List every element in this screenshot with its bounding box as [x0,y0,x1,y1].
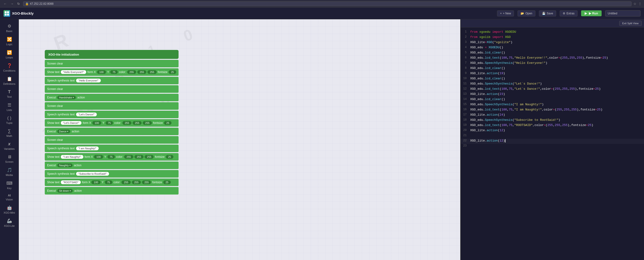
browser-controls: ← → ↻ [2,2,21,6]
line-num-22: 22 [461,139,470,142]
show-text-4-color-label: color: [114,181,120,184]
sidebar-item-xgo-lite[interactable]: 🦾 XGO-Lite [1,216,18,229]
sidebar-item-conditions[interactable]: ❓ Conditions [1,61,18,74]
new-button[interactable]: + + New [497,10,514,16]
url-text: 47.252.22.82:8088 [30,2,54,6]
sidebar-item-vision[interactable]: AI Vision [1,192,18,203]
app-title: XGO-Blockly [12,11,34,15]
address-bar[interactable]: 🔒 47.252.22.82:8088 [23,2,632,6]
run-button[interactable]: ▶ ▶ Run [581,10,602,16]
block-show-text-1[interactable]: Show text "Hello Everyone!!" form X 100 … [45,68,178,76]
app-header: XGO-Blockly + + New 📂 Open 💾 Save ⚙ Extr… [0,8,644,19]
block-speech-3[interactable]: Speech synthesis text "I am Naughty!" [45,144,178,152]
sidebar-item-definitions[interactable]: 📋 Definitions [1,74,18,87]
show-text-1-fontsize-label: fontsize [158,70,168,74]
line-content-6: XGO_edu.lcd_text(100,75,"Hello Everyone!… [470,56,644,60]
sidebar-item-text[interactable]: T Text [1,88,18,100]
show-text-2-value: "Let's Dance!" [61,121,82,125]
code-body[interactable]: 1 from xgoedu import XGOEDU 2 from xgoli… [461,28,644,260]
sidebar-item-key[interactable]: ⌨ Key [1,179,18,192]
line-content-16: XGO_edu.lcd_text(100,75,"I am Naughty!",… [470,108,644,112]
line-content-20: XGO_lite.action(12) [470,128,644,132]
block-screen-clear-2[interactable]: Screen clear [45,85,178,93]
code-line-14: 14 XGO_edu.lcd_clear() [461,97,644,102]
code-line-13: 13 XGO_lite.action(23) [461,92,644,97]
dropdown-arrow-1: ▾ [73,96,74,99]
extras-button[interactable]: ⚙ Extras [560,10,578,16]
open-button[interactable]: 📂 Open [518,10,535,16]
block-screen-clear-1[interactable]: Screen clear [45,60,178,67]
lock-icon: 🔒 [25,2,29,6]
speech-3-label: Speech synthesis text [47,147,75,150]
sidebar-item-tuple[interactable]: ( ) Tuple [1,114,18,126]
sidebar-item-screen[interactable]: 🖥 Screen [1,152,18,165]
speech-4-value: "Subscribe to RootSaid!" [76,172,109,176]
line-num-19: 19 [461,124,470,127]
exit-split-view-button[interactable]: Exit Split View [619,21,642,26]
sidebar-label-vision: Vision [6,198,13,201]
block-execut-1[interactable]: Execut Handshake ▾ action [45,94,178,101]
execut-1-action-dropdown[interactable]: Handshake ▾ [57,96,76,100]
block-show-text-2[interactable]: Show text "Let's Dance!" form X 100 Y 75… [45,119,178,127]
text-icon: T [8,90,10,94]
save-button[interactable]: 💾 Save [539,10,556,16]
block-speech-2[interactable]: Speech synthesis text "Let's Dance!" [45,111,178,118]
speech-1-value: "Hello Everyone!" [76,79,101,82]
block-execut-4[interactable]: Execut Sit down ▾ action [45,187,178,194]
code-line-18: 18 XGO_edu.SpeechSynthesis("Subscribe to… [461,118,644,123]
sidebar-item-media[interactable]: 🎵 Media [1,166,18,178]
forward-button[interactable]: → [9,2,15,6]
back-button[interactable]: ← [2,2,8,6]
block-screen-clear-3[interactable]: Screen clear [45,102,178,110]
speech-4-label: Speech synthesis text [47,172,75,176]
sidebar-item-math[interactable]: ∑ Math [1,127,18,139]
execut-3-action-dropdown[interactable]: Naughty ▾ [57,164,72,167]
sidebar-item-variables[interactable]: x Variables [1,140,18,152]
svg-rect-2 [5,14,6,16]
line-num-15: 15 [461,103,470,106]
line-content-5: XGO_edu.lcd_clear() [470,51,644,54]
execut-4-action-dropdown[interactable]: Sit down ▾ [57,189,73,193]
sidebar-label-xgo-lite: XGO-Lite [4,224,15,227]
show-text-4-form: form X [82,181,90,184]
block-speech-1[interactable]: Speech synthesis text "Hello Everyone!" [45,77,178,84]
show-text-2-c1: 255 [122,121,132,125]
code-line-7: 7 XGO_edu.SpeechSynthesis("Hello Everyon… [461,61,644,66]
code-line-5: 5 XGO_edu.lcd_clear() [461,51,644,56]
show-text-1-fontsize: 25 [169,70,176,74]
line-content-18: XGO_edu.SpeechSynthesis("Subscribe to Ro… [470,118,644,122]
code-line-11: 11 XGO_edu.SpeechSynthesis("Let´s Dance!… [461,82,644,87]
show-text-1-color-label: color: [119,70,126,74]
block-screen-clear-4[interactable]: Screen clear [45,136,178,144]
line-num-12: 12 [461,87,470,90]
refresh-button[interactable]: ↻ [16,2,21,6]
folder-icon: 📂 [520,12,524,15]
line-num-2: 2 [461,35,470,38]
title-input[interactable] [605,10,640,16]
code-line-23: 23 [461,144,644,149]
block-show-text-4[interactable]: Show text "ROOTSAID" form X 100 Y 75 col… [45,178,178,186]
line-num-13: 13 [461,92,470,96]
show-text-1-form: form X [88,70,96,74]
block-execut-2[interactable]: Execut Dance ▾ action [45,128,178,135]
execut-2-action-dropdown[interactable]: Dance ▾ [57,130,70,133]
show-text-4-c2: 255 [132,180,141,184]
line-content-2: from xgolib import XGO [470,35,644,39]
sidebar-item-lists[interactable]: ☰ Lists [1,100,18,113]
sidebar-item-loops[interactable]: 🔁 Loops [1,48,18,61]
block-execut-3[interactable]: Execut Naughty ▾ action [45,162,178,169]
block-init[interactable]: XGO-lite initialization [45,50,178,59]
sidebar-label-text: Text [7,96,12,98]
line-num-7: 7 [461,61,470,64]
blocks-container: XGO-lite initialization Screen clear Sho… [45,50,178,194]
block-show-text-3[interactable]: Show text "I am Naughty!" form X 100 Y 7… [45,153,178,160]
conditions-icon: ❓ [7,63,12,68]
key-icon: ⌨ [6,181,12,186]
sidebar-item-basic[interactable]: ⚙ Basic [1,22,18,34]
block-speech-4[interactable]: Speech synthesis text "Subscribe to Root… [45,170,178,178]
sidebar-item-xgo-mini[interactable]: 🤖 XGO-Mini [1,203,18,216]
svg-rect-0 [5,11,6,13]
sidebar-item-logic[interactable]: 🔀 Logic [1,35,18,48]
canvas-area[interactable]: R A M 1 0 1 0 XGO-lite initialization Sc… [19,19,460,260]
show-text-4-c1: 255 [122,180,130,184]
